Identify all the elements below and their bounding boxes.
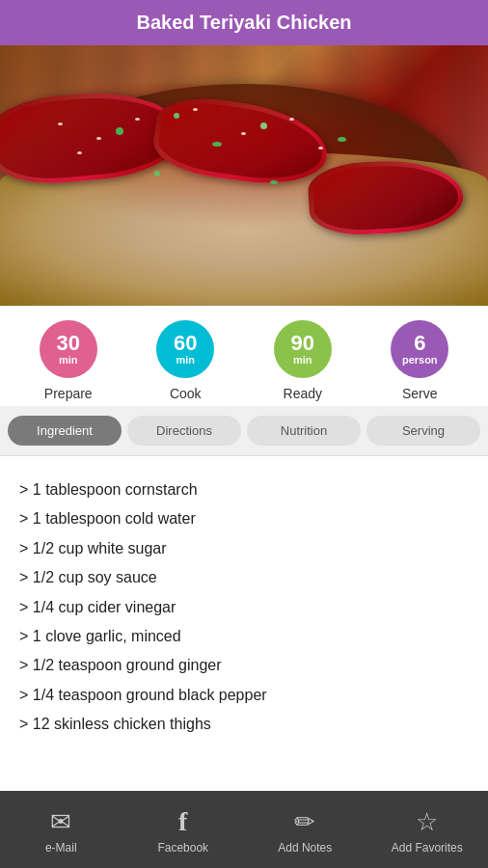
ingredient-1: > 1 tablespoon cornstarch bbox=[19, 475, 469, 504]
serve-label: Serve bbox=[402, 386, 438, 401]
cook-value: 60 bbox=[174, 333, 197, 354]
stat-circle-serve: 6 person bbox=[391, 320, 448, 378]
garnish bbox=[338, 137, 346, 142]
notes-label: Add Notes bbox=[278, 841, 332, 854]
nav-favorites[interactable]: ☆ Add Favorites bbox=[389, 807, 466, 854]
cook-label: Cook bbox=[170, 386, 202, 401]
sesame-seed bbox=[58, 122, 63, 125]
ingredient-4: > 1/2 cup soy sauce bbox=[19, 563, 469, 592]
ready-label: Ready bbox=[284, 386, 322, 401]
ingredient-9: > 12 skinless chicken thighs bbox=[19, 710, 469, 739]
nav-email[interactable]: ✉ e-Mail bbox=[22, 807, 99, 854]
garnish bbox=[154, 171, 160, 176]
sesame-seed bbox=[193, 108, 198, 111]
facebook-label: Facebook bbox=[157, 841, 208, 854]
serve-value: 6 bbox=[414, 333, 425, 354]
stat-cook: 60 min Cook bbox=[156, 320, 214, 401]
garnish bbox=[270, 180, 278, 184]
tabs-row: Ingredient Directions Nutrition Serving bbox=[0, 406, 488, 456]
nav-notes[interactable]: ✏ Add Notes bbox=[266, 807, 343, 854]
garnish bbox=[260, 122, 267, 129]
ingredient-5: > 1/4 cup cider vinegar bbox=[19, 593, 469, 622]
ingredients-section: > 1 tablespoon cornstarch > 1 tablespoon… bbox=[0, 456, 488, 803]
bottom-nav: ✉ e-Mail f Facebook ✏ Add Notes ☆ Add Fa… bbox=[0, 791, 488, 868]
prepare-value: 30 bbox=[57, 333, 80, 354]
email-icon: ✉ bbox=[50, 807, 71, 837]
garnish bbox=[174, 113, 179, 119]
favorites-label: Add Favorites bbox=[392, 841, 463, 854]
ingredient-7: > 1/2 teaspoon ground ginger bbox=[19, 651, 469, 680]
cook-unit: min bbox=[176, 354, 195, 366]
sesame-seed bbox=[318, 147, 323, 149]
sesame-seed bbox=[77, 151, 82, 154]
stat-circle-ready: 90 min bbox=[274, 320, 332, 378]
ready-unit: min bbox=[293, 354, 312, 366]
ingredient-6: > 1 clove garlic, minced bbox=[19, 622, 469, 651]
facebook-icon: f bbox=[178, 806, 187, 837]
page-title: Baked Teriyaki Chicken bbox=[136, 12, 351, 33]
page-header: Baked Teriyaki Chicken bbox=[0, 0, 488, 45]
garnish bbox=[116, 127, 123, 135]
nav-facebook[interactable]: f Facebook bbox=[145, 806, 222, 854]
stat-prepare: 30 min Prepare bbox=[40, 320, 97, 401]
sesame-seed bbox=[289, 118, 294, 121]
ingredient-8: > 1/4 teaspoon ground black pepper bbox=[19, 681, 469, 710]
tab-directions[interactable]: Directions bbox=[127, 416, 241, 446]
stats-row: 30 min Prepare 60 min Cook 90 min Ready … bbox=[0, 306, 488, 406]
email-label: e-Mail bbox=[45, 841, 77, 854]
sesame-seed bbox=[135, 118, 140, 121]
favorites-icon: ☆ bbox=[416, 807, 438, 837]
tab-serving[interactable]: Serving bbox=[366, 416, 480, 446]
stat-serve: 6 person Serve bbox=[391, 320, 448, 401]
serve-unit: person bbox=[402, 354, 438, 366]
tab-ingredient[interactable]: Ingredient bbox=[8, 416, 122, 446]
sesame-seed bbox=[241, 132, 246, 135]
prepare-unit: min bbox=[59, 354, 78, 366]
ready-value: 90 bbox=[291, 333, 314, 354]
stat-circle-cook: 60 min bbox=[156, 320, 214, 378]
stat-circle-prepare: 30 min bbox=[40, 320, 97, 378]
sesame-seed bbox=[96, 137, 101, 140]
ingredient-3: > 1/2 cup white sugar bbox=[19, 534, 469, 563]
sauce-gloss bbox=[0, 84, 488, 229]
hero-image bbox=[0, 45, 488, 306]
prepare-label: Prepare bbox=[44, 386, 93, 401]
notes-icon: ✏ bbox=[294, 807, 315, 837]
stat-ready: 90 min Ready bbox=[274, 320, 332, 401]
garnish bbox=[212, 142, 222, 147]
ingredient-2: > 1 tablespoon cold water bbox=[19, 504, 469, 533]
tab-nutrition[interactable]: Nutrition bbox=[247, 416, 361, 446]
